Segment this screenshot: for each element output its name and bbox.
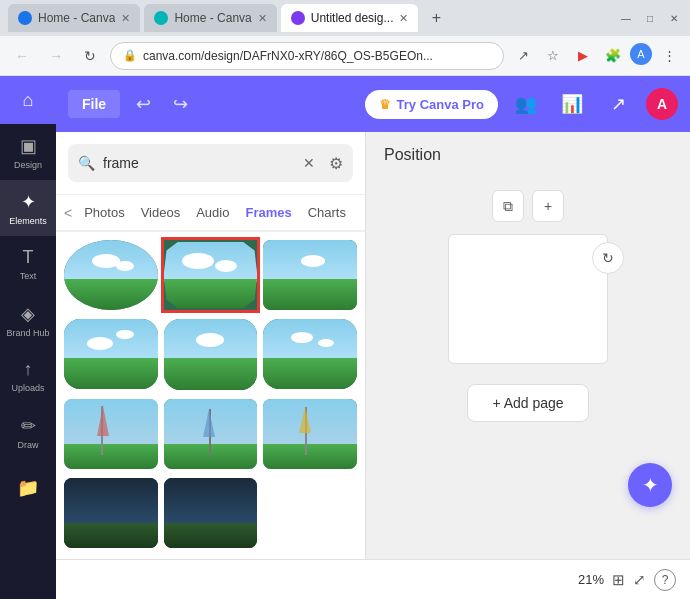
tab-2-label: Home - Canva xyxy=(174,11,251,25)
minimize-button[interactable]: — xyxy=(618,10,634,26)
avatar-button[interactable]: A xyxy=(646,88,678,120)
help-button[interactable]: ? xyxy=(654,569,676,591)
address-actions: ↗ ☆ ▶ 🧩 A ⋮ xyxy=(510,43,682,69)
maximize-button[interactable]: □ xyxy=(642,10,658,26)
undo-button[interactable]: ↩ xyxy=(130,89,157,119)
search-panel: 🔍 ✕ ⚙ < Photos Videos Audio Frames Ch xyxy=(56,132,366,559)
file-menu-button[interactable]: File xyxy=(68,90,120,118)
title-bar: Home - Canva ✕ Home - Canva ✕ Untitled d… xyxy=(0,0,690,36)
uploads-icon: ↑ xyxy=(24,359,33,380)
draw-icon: ✏ xyxy=(21,415,36,437)
profile-button[interactable]: A xyxy=(630,43,652,65)
fullscreen-button[interactable]: ⤢ xyxy=(633,571,646,589)
tab-2[interactable]: Home - Canva ✕ xyxy=(144,4,276,32)
magic-button[interactable]: ✦ xyxy=(628,463,672,507)
tab-1-close[interactable]: ✕ xyxy=(121,12,130,25)
home-icon: ⌂ xyxy=(23,90,34,111)
grid-item-squircle-3[interactable] xyxy=(263,319,357,389)
tab-3-label: Untitled desig... xyxy=(311,11,394,25)
folder-icon: 📁 xyxy=(17,477,39,499)
play-button[interactable]: ▶ xyxy=(570,43,596,69)
sidebar-item-home[interactable]: ⌂ xyxy=(0,76,56,124)
star-button[interactable]: ☆ xyxy=(540,43,566,69)
grid-item-circle[interactable] xyxy=(64,240,158,310)
sidebar-item-draw[interactable]: ✏ Draw xyxy=(0,404,56,460)
tab-2-favicon xyxy=(154,11,168,25)
main-content: File ↩ ↪ ♛ Try Canva Pro 👥 📊 ↗ A xyxy=(56,76,690,599)
tab-3[interactable]: Untitled desig... ✕ xyxy=(281,4,419,32)
clear-search-button[interactable]: ✕ xyxy=(303,155,315,171)
sidebar-item-design[interactable]: ▣ Design xyxy=(0,124,56,180)
search-bar: 🔍 ✕ ⚙ xyxy=(56,132,365,195)
share-address-button[interactable]: ↗ xyxy=(510,43,536,69)
sidebar-draw-label: Draw xyxy=(17,440,38,450)
share-button[interactable]: ↗ xyxy=(600,86,636,122)
sidebar-item-brand-hub[interactable]: ◈ Brand Hub xyxy=(0,292,56,348)
filter-button[interactable]: ⚙ xyxy=(329,154,343,173)
tab-3-favicon xyxy=(291,11,305,25)
sidebar-item-text[interactable]: T Text xyxy=(0,236,56,292)
canvas-preview-wrap: ↻ xyxy=(448,234,608,364)
zoom-level: 21% xyxy=(578,572,604,587)
try-pro-label: Try Canva Pro xyxy=(397,97,484,112)
extensions-button[interactable]: 🧩 xyxy=(600,43,626,69)
brand-hub-icon: ◈ xyxy=(21,303,35,325)
elements-icon: ✦ xyxy=(21,191,36,213)
refresh-button[interactable]: ↻ xyxy=(592,242,624,274)
category-tabs: < Photos Videos Audio Frames Charts xyxy=(56,195,365,232)
image-grid xyxy=(56,232,365,559)
grid-item-dark-2[interactable] xyxy=(164,478,258,548)
add-tool-button[interactable]: + xyxy=(532,190,564,222)
grid-view-button[interactable]: ⊞ xyxy=(612,571,625,589)
tab-audio[interactable]: Audio xyxy=(188,195,237,232)
search-input[interactable] xyxy=(103,155,295,171)
grid-item-rect-1[interactable] xyxy=(263,240,357,310)
address-text: canva.com/design/DAFrNX0-xRY/86Q_OS-B5GE… xyxy=(143,49,491,63)
grid-item-squircle-1[interactable] xyxy=(64,319,158,389)
categories-prev-button[interactable]: < xyxy=(60,197,76,229)
tab-2-close[interactable]: ✕ xyxy=(258,12,267,25)
tab-photos[interactable]: Photos xyxy=(76,195,132,232)
crown-icon: ♛ xyxy=(379,97,391,112)
address-bar: ← → ↻ 🔒 canva.com/design/DAFrNX0-xRY/86Q… xyxy=(0,36,690,76)
address-input[interactable]: 🔒 canva.com/design/DAFrNX0-xRY/86Q_OS-B5… xyxy=(110,42,504,70)
forward-button[interactable]: → xyxy=(42,42,70,70)
grid-item-kite-3[interactable] xyxy=(263,399,357,469)
sidebar-item-more[interactable]: 📁 xyxy=(0,460,56,516)
grid-item-squircle-2[interactable] xyxy=(164,319,258,389)
design-icon: ▣ xyxy=(20,135,37,157)
try-pro-button[interactable]: ♛ Try Canva Pro xyxy=(365,90,498,119)
menu-button[interactable]: ⋮ xyxy=(656,43,682,69)
sidebar-uploads-label: Uploads xyxy=(11,383,44,393)
close-button[interactable]: ✕ xyxy=(666,10,682,26)
duplicate-tool-button[interactable]: ⧉ xyxy=(492,190,524,222)
sidebar-item-elements[interactable]: ✦ Elements xyxy=(0,180,56,236)
chart-icon-button[interactable]: 📊 xyxy=(554,86,590,122)
sidebar-item-uploads[interactable]: ↑ Uploads xyxy=(0,348,56,404)
redo-button[interactable]: ↪ xyxy=(167,89,194,119)
sidebar-brand-label: Brand Hub xyxy=(6,328,49,338)
grid-item-kite-2[interactable] xyxy=(164,399,258,469)
tab-1[interactable]: Home - Canva ✕ xyxy=(8,4,140,32)
add-page-button[interactable]: + Add page xyxy=(467,384,588,422)
right-panel-header: Position xyxy=(366,132,690,174)
new-tab-button[interactable]: + xyxy=(422,4,450,32)
bottom-bar: 21% ⊞ ⤢ ? xyxy=(56,559,690,599)
text-icon: T xyxy=(23,247,34,268)
back-button[interactable]: ← xyxy=(8,42,36,70)
search-input-wrap[interactable]: 🔍 ✕ ⚙ xyxy=(68,144,353,182)
app-layout: ⌂ ▣ Design ✦ Elements T Text ◈ Brand Hub… xyxy=(0,76,690,599)
tab-3-close[interactable]: ✕ xyxy=(399,12,408,25)
sidebar: ⌂ ▣ Design ✦ Elements T Text ◈ Brand Hub… xyxy=(0,76,56,599)
tab-videos[interactable]: Videos xyxy=(133,195,189,232)
people-icon-button[interactable]: 👥 xyxy=(508,86,544,122)
reload-button[interactable]: ↻ xyxy=(76,42,104,70)
tab-charts[interactable]: Charts xyxy=(300,195,354,232)
grid-item-badge-selected[interactable] xyxy=(164,240,258,310)
tab-1-favicon xyxy=(18,11,32,25)
canvas-tools: ⧉ + xyxy=(492,190,564,222)
tab-frames[interactable]: Frames xyxy=(237,195,299,232)
grid-item-dark-1[interactable] xyxy=(64,478,158,548)
grid-item-kite-1[interactable] xyxy=(64,399,158,469)
position-title: Position xyxy=(384,146,441,163)
